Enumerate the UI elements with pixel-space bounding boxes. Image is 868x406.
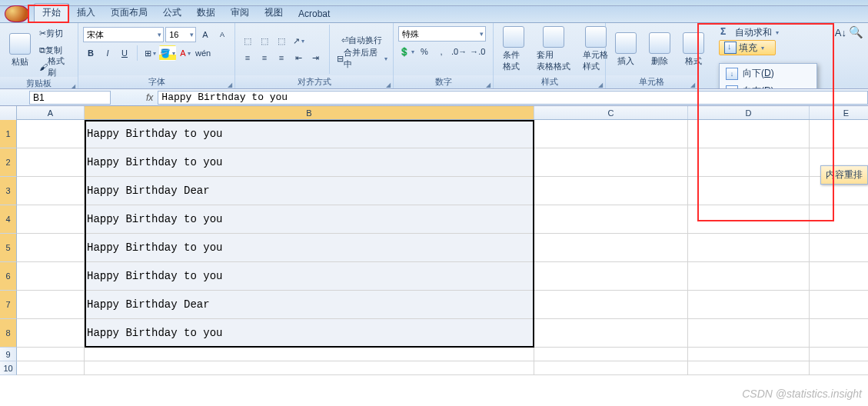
inc-decimal-button[interactable]: .0→ <box>451 44 467 59</box>
cell-B1[interactable]: Happy Birthday to you <box>85 120 534 148</box>
format-cells-button[interactable]: 格式 <box>678 31 709 68</box>
cell-A1[interactable] <box>17 120 85 148</box>
row-header-5[interactable]: 5 <box>0 234 17 262</box>
cell-E4[interactable] <box>810 205 868 234</box>
row-header-7[interactable]: 7 <box>0 291 17 319</box>
cell-C6[interactable] <box>534 262 688 291</box>
row-header-4[interactable]: 4 <box>0 205 17 234</box>
cell-E7[interactable] <box>810 291 868 319</box>
cell-C8[interactable] <box>534 319 688 348</box>
indent-inc-button[interactable]: ⇥ <box>308 50 323 65</box>
cell-B2[interactable]: Happy Birthday to you <box>85 148 534 177</box>
cell-A6[interactable] <box>17 262 85 291</box>
delete-cells-button[interactable]: 删除 <box>644 31 675 68</box>
cell-B9[interactable] <box>85 348 534 361</box>
fill-right-item[interactable]: →向右(R) <box>720 82 816 89</box>
align-right-button[interactable]: ≡ <box>274 50 289 65</box>
cell-E6[interactable] <box>810 262 868 291</box>
cell-C4[interactable] <box>534 205 688 234</box>
shrink-font-button[interactable]: A <box>215 27 230 42</box>
cell-A2[interactable] <box>17 148 85 177</box>
cell-E10[interactable] <box>810 361 868 375</box>
grow-font-button[interactable]: A <box>198 27 213 42</box>
fill-down-item[interactable]: ↓向下(D) <box>720 65 816 82</box>
format-as-table-button[interactable]: 套用 表格格式 <box>532 25 575 74</box>
cell-D1[interactable] <box>688 120 810 148</box>
fill-button[interactable]: 填充 <box>739 42 757 55</box>
tab-layout[interactable]: 页面布局 <box>103 4 155 22</box>
indent-dec-button[interactable]: ⇤ <box>291 50 306 65</box>
cell-B4[interactable]: Happy Birthday to you <box>85 205 534 234</box>
comma-button[interactable]: , <box>434 44 449 59</box>
tab-view[interactable]: 视图 <box>257 4 291 22</box>
cell-A9[interactable] <box>17 348 85 361</box>
font-size-combo[interactable]: 16 <box>165 27 196 42</box>
cell-A10[interactable] <box>17 361 85 375</box>
align-bottom-button[interactable]: ⬚ <box>274 33 289 48</box>
orientation-button[interactable]: ↗▾ <box>291 33 306 48</box>
tab-data[interactable]: 数据 <box>189 4 223 22</box>
align-middle-button[interactable]: ⬚ <box>257 33 272 48</box>
tab-home[interactable]: 开始 <box>34 3 69 22</box>
row-header-2[interactable]: 2 <box>0 148 17 177</box>
align-top-button[interactable]: ⬚ <box>240 33 255 48</box>
col-header-E[interactable]: E <box>810 106 868 119</box>
content-rearrange-button[interactable]: 内容重排 <box>820 165 868 185</box>
col-header-A[interactable]: A <box>17 106 85 119</box>
border-button[interactable]: ⊞▾ <box>142 45 158 61</box>
name-box[interactable]: B1 <box>29 91 111 105</box>
cell-C5[interactable] <box>534 234 688 262</box>
paste-button[interactable]: 粘贴 <box>5 32 35 69</box>
row-header-9[interactable]: 9 <box>0 348 17 361</box>
align-center-button[interactable]: ≡ <box>257 50 272 65</box>
tab-acrobat[interactable]: Acrobat <box>291 6 338 22</box>
tab-insert[interactable]: 插入 <box>69 4 103 22</box>
cell-A7[interactable] <box>17 291 85 319</box>
cell-D5[interactable] <box>688 234 810 262</box>
row-header-6[interactable]: 6 <box>0 262 17 291</box>
cell-C3[interactable] <box>534 177 688 205</box>
cell-C7[interactable] <box>534 291 688 319</box>
currency-button[interactable]: 💲▾ <box>398 44 415 59</box>
cell-A8[interactable] <box>17 319 85 348</box>
tab-formulas[interactable]: 公式 <box>155 4 189 22</box>
office-button[interactable] <box>5 5 29 22</box>
fill-color-button[interactable]: 🪣▾ <box>159 45 176 61</box>
cell-C9[interactable] <box>534 348 688 361</box>
cell-B7[interactable]: Happy Birthday Dear <box>85 291 534 319</box>
italic-button[interactable]: I <box>100 45 115 61</box>
col-header-D[interactable]: D <box>688 106 810 119</box>
cell-C1[interactable] <box>534 120 688 148</box>
cell-D2[interactable] <box>688 148 810 177</box>
formula-input[interactable]: Happy Birthday to you <box>158 91 868 105</box>
cell-B6[interactable]: Happy Birthday to you <box>85 262 534 291</box>
row-header-1[interactable]: 1 <box>0 120 17 148</box>
font-color-button[interactable]: A▾ <box>178 45 193 61</box>
phonetic-button[interactable]: wén <box>195 45 211 61</box>
cell-B10[interactable] <box>85 361 534 375</box>
dec-decimal-button[interactable]: →.0 <box>469 44 486 59</box>
cell-E1[interactable] <box>810 120 868 148</box>
cell-B8[interactable]: Happy Birthday to you <box>85 319 534 348</box>
select-all-corner[interactable] <box>0 106 17 120</box>
conditional-format-button[interactable]: 条件格式 <box>498 25 529 74</box>
col-header-B[interactable]: B <box>85 106 534 119</box>
cell-A4[interactable] <box>17 205 85 234</box>
cell-D7[interactable] <box>688 291 810 319</box>
cell-E8[interactable] <box>810 319 868 348</box>
number-format-combo[interactable]: 特殊 <box>398 26 486 42</box>
cell-E5[interactable] <box>810 234 868 262</box>
cell-D8[interactable] <box>688 319 810 348</box>
cell-D4[interactable] <box>688 205 810 234</box>
align-left-button[interactable]: ≡ <box>240 50 255 65</box>
cell-A5[interactable] <box>17 234 85 262</box>
autosum-button[interactable]: 自动求和 <box>735 26 772 39</box>
cell-D3[interactable] <box>688 177 810 205</box>
fx-icon[interactable]: fx <box>146 92 153 103</box>
format-painter-button[interactable]: 🖌 格式刷 <box>38 59 73 75</box>
wrap-text-button[interactable]: ⏎ 自动换行 <box>336 32 388 48</box>
cell-E9[interactable] <box>810 348 868 361</box>
cell-D9[interactable] <box>688 348 810 361</box>
row-header-8[interactable]: 8 <box>0 319 17 348</box>
cell-D10[interactable] <box>688 361 810 375</box>
